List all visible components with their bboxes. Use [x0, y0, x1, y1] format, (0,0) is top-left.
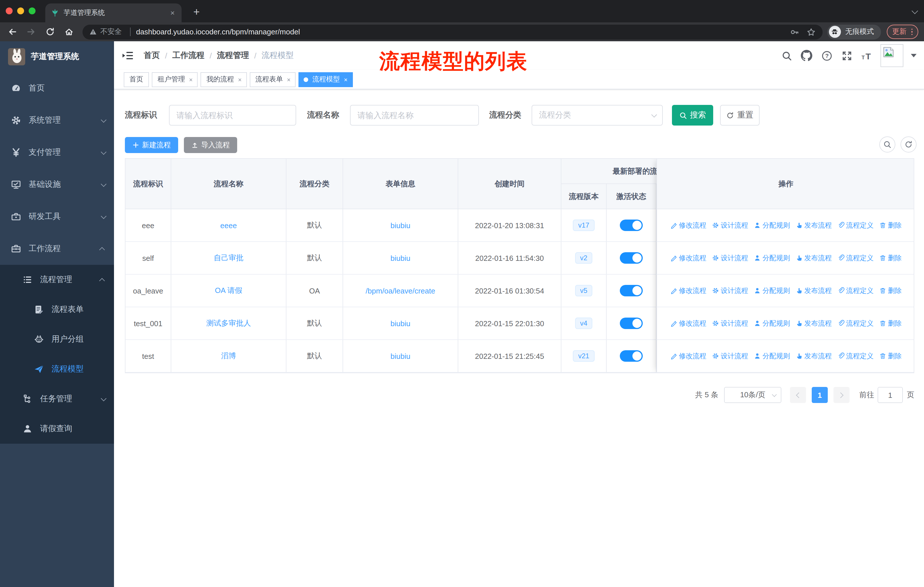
search-icon[interactable] — [780, 49, 793, 62]
breadcrumb-workflow[interactable]: 工作流程 — [172, 50, 205, 61]
form-info-link[interactable]: biubiu — [390, 254, 410, 262]
publish-process-link[interactable]: 发布流程 — [796, 318, 832, 328]
process-name-link[interactable]: 滔博 — [221, 351, 236, 361]
assign-rule-link[interactable]: 分配规则 — [754, 286, 790, 296]
version-badge[interactable]: v2 — [575, 252, 592, 264]
tag-home[interactable]: 首页 — [124, 72, 149, 87]
process-definition-link[interactable]: 流程定义 — [838, 220, 874, 230]
prev-page-button[interactable] — [790, 387, 806, 403]
design-process-link[interactable]: 设计流程 — [712, 253, 748, 263]
user-avatar[interactable] — [881, 44, 903, 67]
process-name-link[interactable]: 自己审批 — [214, 253, 243, 263]
delete-link[interactable]: 删除 — [879, 220, 902, 230]
delete-link[interactable]: 删除 — [879, 318, 902, 328]
sidebar-collapse-icon[interactable] — [122, 50, 134, 61]
tag-process-form[interactable]: 流程表单× — [250, 72, 296, 87]
version-badge[interactable]: v4 — [575, 317, 592, 329]
process-name-link[interactable]: eeee — [220, 221, 237, 230]
tag-close-icon[interactable]: × — [344, 76, 348, 83]
tag-close-icon[interactable]: × — [238, 76, 242, 83]
assign-rule-link[interactable]: 分配规则 — [754, 351, 790, 361]
process-name-link[interactable]: OA 请假 — [215, 286, 242, 296]
version-badge[interactable]: v17 — [573, 220, 595, 231]
show-search-icon-button[interactable] — [879, 136, 895, 152]
assign-rule-link[interactable]: 分配规则 — [754, 220, 790, 230]
design-process-link[interactable]: 设计流程 — [712, 318, 748, 328]
browser-update-button[interactable]: 更新 — [886, 25, 918, 39]
sidebar-item-user-group[interactable]: 用户分组 — [0, 324, 114, 354]
form-info-link[interactable]: biubiu — [390, 319, 410, 327]
tag-process-model[interactable]: 流程模型× — [299, 72, 353, 87]
sidebar-item-system[interactable]: 系统管理 — [0, 104, 114, 136]
security-label[interactable]: 不安全 — [100, 27, 122, 37]
search-button[interactable]: 搜索 — [672, 105, 713, 126]
sidebar-item-process-management[interactable]: 流程管理 — [0, 265, 114, 294]
avatar-caret-icon[interactable] — [911, 54, 917, 57]
active-toggle-switch[interactable] — [620, 220, 643, 231]
back-button[interactable] — [5, 24, 20, 39]
design-process-link[interactable]: 设计流程 — [712, 220, 748, 230]
active-toggle-switch[interactable] — [620, 252, 643, 264]
assign-rule-link[interactable]: 分配规则 — [754, 253, 790, 263]
assign-rule-link[interactable]: 分配规则 — [754, 318, 790, 328]
active-toggle-switch[interactable] — [620, 317, 643, 329]
tab-search-chevron-icon[interactable] — [912, 8, 918, 14]
delete-link[interactable]: 删除 — [879, 351, 902, 361]
password-key-icon[interactable] — [790, 27, 799, 36]
browser-menu-icon[interactable] — [911, 29, 912, 35]
sidebar-item-workflow[interactable]: 工作流程 — [0, 233, 114, 265]
modify-process-link[interactable]: 修改流程 — [670, 351, 706, 361]
modify-process-link[interactable]: 修改流程 — [670, 286, 706, 296]
delete-link[interactable]: 删除 — [879, 253, 902, 263]
modify-process-link[interactable]: 修改流程 — [670, 318, 706, 328]
publish-process-link[interactable]: 发布流程 — [796, 220, 832, 230]
active-toggle-switch[interactable] — [620, 285, 643, 296]
new-tab-button[interactable]: + — [189, 5, 204, 20]
import-process-button[interactable]: 导入流程 — [184, 137, 237, 153]
design-process-link[interactable]: 设计流程 — [712, 286, 748, 296]
tag-close-icon[interactable]: × — [287, 76, 291, 83]
sidebar-item-leave-query[interactable]: 请假查询 — [0, 414, 114, 444]
help-icon[interactable]: ? — [820, 49, 833, 62]
form-info-link[interactable]: biubiu — [390, 221, 410, 230]
page-size-select[interactable]: 10条/页 — [724, 387, 781, 403]
version-badge[interactable]: v5 — [575, 285, 592, 296]
goto-page-input[interactable] — [878, 387, 903, 403]
font-size-icon[interactable]: TT — [860, 49, 873, 62]
sidebar-item-devtools[interactable]: 研发工具 — [0, 201, 114, 233]
form-info-link[interactable]: biubiu — [390, 352, 410, 360]
sidebar-item-process-form[interactable]: 流程表单 — [0, 294, 114, 324]
process-name-link[interactable]: 测试多审批人 — [206, 318, 251, 329]
modify-process-link[interactable]: 修改流程 — [670, 220, 706, 230]
reset-button[interactable]: 重置 — [720, 105, 760, 126]
sidebar-item-infrastructure[interactable]: 基础设施 — [0, 169, 114, 201]
process-definition-link[interactable]: 流程定义 — [838, 351, 874, 361]
publish-process-link[interactable]: 发布流程 — [796, 286, 832, 296]
refresh-table-icon-button[interactable] — [901, 136, 917, 152]
delete-link[interactable]: 删除 — [879, 286, 902, 296]
process-definition-link[interactable]: 流程定义 — [838, 253, 874, 263]
process-category-select[interactable]: 流程分类 — [531, 105, 663, 126]
tab-close-icon[interactable]: × — [169, 8, 176, 17]
form-info-link[interactable]: /bpm/oa/leave/create — [366, 286, 436, 295]
sidebar-item-task-management[interactable]: 任务管理 — [0, 384, 114, 414]
process-name-input[interactable] — [350, 105, 479, 126]
process-definition-link[interactable]: 流程定义 — [838, 318, 874, 328]
address-bar[interactable]: 不安全 dashboard.yudao.iocoder.cn/bpm/manag… — [82, 24, 822, 39]
sidebar-item-payment[interactable]: 支付管理 — [0, 136, 114, 169]
modify-process-link[interactable]: 修改流程 — [670, 253, 706, 263]
forward-button[interactable] — [23, 24, 38, 39]
tag-tenant-management[interactable]: 租户管理× — [152, 72, 198, 87]
publish-process-link[interactable]: 发布流程 — [796, 253, 832, 263]
process-id-input[interactable] — [169, 105, 296, 126]
window-close-button[interactable] — [6, 7, 13, 14]
tag-my-process[interactable]: 我的流程× — [201, 72, 247, 87]
reload-button[interactable] — [42, 24, 57, 39]
sidebar-logo[interactable]: 芋道管理系统 — [0, 41, 114, 72]
sidebar-item-home[interactable]: 首页 — [0, 72, 114, 104]
next-page-button[interactable] — [833, 387, 850, 403]
version-badge[interactable]: v21 — [573, 350, 595, 362]
fullscreen-icon[interactable] — [840, 49, 853, 62]
process-definition-link[interactable]: 流程定义 — [838, 286, 874, 296]
home-button[interactable] — [61, 24, 76, 39]
